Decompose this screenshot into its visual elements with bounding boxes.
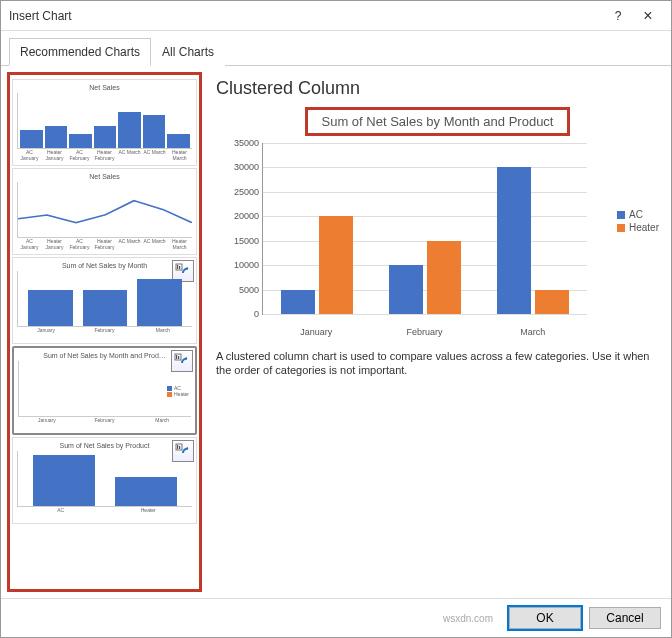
svg-rect-8	[179, 446, 180, 449]
bar-ac-february	[389, 265, 423, 314]
dialog-body: Net Sales AC JanuaryHeater JanuaryAC Feb…	[1, 66, 671, 598]
chart-thumb-5[interactable]: Sum of Net Sales by Product ACHeater	[12, 437, 197, 524]
thumb-title: Sum of Net Sales by Month and Prod…	[18, 352, 191, 359]
thumb-legend: AC Heater	[167, 385, 189, 397]
chart-preview-pane: Clustered Column Sum of Net Sales by Mon…	[208, 66, 671, 598]
chart-legend: AC Heater	[617, 207, 659, 235]
recommended-list[interactable]: Net Sales AC JanuaryHeater JanuaryAC Feb…	[10, 75, 199, 589]
chart-thumb-4[interactable]: Sum of Net Sales by Month and Prod… Janu…	[12, 346, 197, 435]
titlebar: Insert Chart ? ×	[1, 1, 671, 31]
help-button[interactable]: ?	[603, 9, 633, 23]
chart-thumb-3[interactable]: Sum of Net Sales by Month JanuaryFebruar…	[12, 257, 197, 344]
dialog-footer: wsxdn.com OK Cancel	[1, 598, 671, 637]
bar-heater-march	[535, 290, 569, 314]
chart-title-highlight: Sum of Net Sales by Month and Product	[305, 107, 571, 136]
tab-recommended[interactable]: Recommended Charts	[9, 38, 151, 66]
thumb-title: Sum of Net Sales by Month	[17, 262, 192, 269]
tab-strip: Recommended Charts All Charts	[1, 37, 671, 66]
chart-description: A clustered column chart is used to comp…	[216, 349, 659, 378]
ok-button[interactable]: OK	[509, 607, 581, 629]
legend-ac: AC	[629, 209, 643, 220]
bar-ac-january	[281, 290, 315, 314]
plot-area: 05000100001500020000250003000035000	[262, 143, 587, 315]
recommended-list-highlight: Net Sales AC JanuaryHeater JanuaryAC Feb…	[7, 72, 202, 592]
dialog-title: Insert Chart	[9, 9, 603, 23]
close-button[interactable]: ×	[633, 7, 663, 25]
svg-rect-1	[177, 265, 178, 269]
bar-ac-march	[497, 167, 531, 314]
bar-heater-february	[427, 241, 461, 314]
svg-rect-2	[179, 266, 180, 269]
x-axis-labels: JanuaryFebruaryMarch	[262, 327, 587, 337]
thumb-title: Sum of Net Sales by Product	[17, 442, 192, 449]
chart-thumb-1[interactable]: Net Sales AC JanuaryHeater JanuaryAC Feb…	[12, 79, 197, 166]
bar-heater-january	[319, 216, 353, 314]
legend-heater: Heater	[629, 222, 659, 233]
chart-type-heading: Clustered Column	[216, 78, 659, 99]
svg-rect-5	[178, 356, 179, 359]
chart-preview: Sum of Net Sales by Month and Product 05…	[216, 107, 659, 337]
tab-all-charts[interactable]: All Charts	[151, 38, 225, 66]
svg-rect-4	[176, 355, 177, 359]
svg-rect-7	[177, 445, 178, 449]
chart-thumb-2[interactable]: Net Sales AC JanuaryHeater JanuaryAC Feb…	[12, 168, 197, 255]
thumb-title: Net Sales	[17, 173, 192, 180]
cancel-button[interactable]: Cancel	[589, 607, 661, 629]
watermark: wsxdn.com	[11, 613, 501, 624]
thumb-title: Net Sales	[17, 84, 192, 91]
insert-chart-dialog: Insert Chart ? × Recommended Charts All …	[0, 0, 672, 638]
